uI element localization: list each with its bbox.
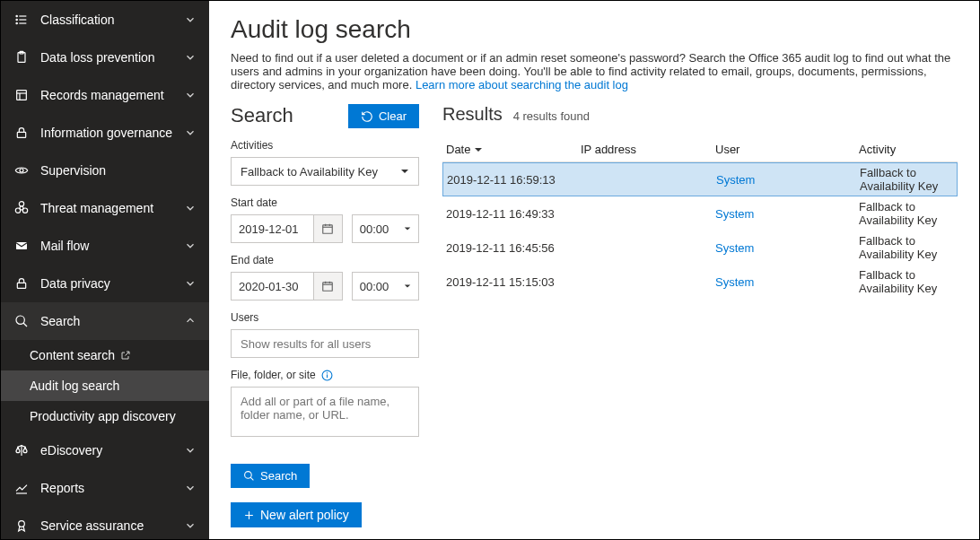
cell-user[interactable]: System [716, 173, 860, 187]
intro-link[interactable]: Learn more about searching the audit log [416, 78, 628, 91]
col-ip[interactable]: IP address [581, 143, 715, 156]
sidebar-item-service-assurance[interactable]: Service assurance [1, 507, 209, 540]
cell-user[interactable]: System [715, 241, 859, 255]
records-icon [13, 88, 30, 102]
table-row[interactable]: 2019-12-11 16:45:56SystemFallback to Ava… [442, 231, 958, 265]
sidebar-item-mail-flow[interactable]: Mail flow [1, 227, 209, 265]
external-link-icon [120, 350, 131, 361]
end-date-input[interactable]: 2020-01-30 [231, 272, 313, 300]
sidebar-item-label: Reports [40, 481, 184, 495]
sidebar-item-label: Service assurance [40, 518, 184, 533]
plus-icon [243, 510, 255, 521]
info-icon[interactable] [321, 370, 333, 381]
sidebar-item-label: Mail flow [40, 239, 184, 253]
sidebar-subitem-audit-log-search[interactable]: Audit log search [1, 370, 209, 401]
list-icon [13, 13, 30, 27]
chart-icon [13, 481, 30, 495]
sidebar-item-records-management[interactable]: Records management [1, 76, 209, 114]
cell-activity: Fallback to Availability Key [859, 268, 954, 295]
end-date-label: End date [231, 254, 419, 266]
col-activity[interactable]: Activity [859, 143, 954, 156]
cell-activity: Fallback to Availability Key [859, 234, 954, 261]
cell-user[interactable]: System [715, 275, 859, 289]
svg-point-19 [16, 316, 24, 324]
svg-point-15 [15, 208, 20, 213]
search-button[interactable]: Search [231, 464, 310, 488]
file-label: File, folder, or site [231, 369, 419, 381]
page-title: Audit log search [231, 15, 958, 44]
sort-desc-icon [474, 145, 483, 154]
start-time-select[interactable]: 00:00 [352, 214, 419, 243]
start-date-input[interactable]: 2019-12-01 [231, 214, 313, 243]
sidebar-subitem-label: Content search [30, 348, 115, 362]
table-row[interactable]: 2019-12-11 15:15:03SystemFallback to Ava… [442, 265, 958, 299]
calendar-icon [321, 222, 334, 235]
users-input[interactable] [231, 329, 419, 358]
chevron-down-icon [184, 444, 197, 457]
cell-activity: Fallback to Availability Key [860, 166, 953, 193]
sidebar-item-label: Data loss prevention [40, 50, 184, 65]
sidebar-item-reports[interactable]: Reports [1, 469, 209, 507]
sidebar-item-label: Search [40, 314, 184, 328]
file-input[interactable] [231, 387, 419, 437]
svg-rect-25 [323, 225, 333, 233]
sidebar-item-label: Data privacy [40, 276, 184, 291]
chevron-down-icon [184, 126, 197, 139]
caret-down-icon [404, 225, 411, 232]
caret-down-icon [400, 167, 409, 176]
svg-line-20 [23, 323, 27, 327]
end-date-picker-button[interactable] [313, 272, 343, 300]
table-row[interactable]: 2019-12-11 16:49:33SystemFallback to Ava… [442, 196, 958, 231]
svg-line-37 [250, 477, 253, 480]
sidebar-item-data-privacy[interactable]: Data privacy [1, 265, 209, 302]
search-panel: Search Clear Activities Fallback to Avai… [231, 104, 419, 539]
search-icon [243, 470, 255, 482]
new-alert-policy-button[interactable]: New alert policy [231, 502, 362, 527]
end-time-select[interactable]: 00:00 [352, 272, 419, 300]
chevron-down-icon [184, 89, 197, 101]
start-date-picker-button[interactable] [313, 214, 343, 243]
col-user[interactable]: User [715, 143, 859, 156]
search-heading: Search [231, 104, 293, 127]
cell-date: 2019-12-11 15:15:03 [446, 275, 581, 289]
svg-point-14 [19, 202, 23, 206]
caret-down-icon [404, 283, 411, 290]
chevron-down-icon [184, 51, 197, 64]
sidebar-item-classification[interactable]: Classification [1, 1, 209, 39]
col-date[interactable]: Date [446, 143, 581, 156]
sidebar-item-label: Classification [40, 13, 184, 27]
svg-point-36 [245, 472, 252, 479]
sidebar-item-threat-management[interactable]: Threat management [1, 189, 209, 227]
activities-dropdown[interactable]: Fallback to Availability Key [231, 157, 419, 186]
sidebar-subitem-label: Productivity app discovery [30, 409, 176, 423]
sidebar-item-data-loss-prevention[interactable]: Data loss prevention [1, 39, 209, 76]
results-table-header: Date IP address User Activity [442, 137, 958, 162]
undo-icon [361, 110, 373, 123]
sidebar-item-search[interactable]: Search [1, 302, 209, 340]
results-count: 4 results found [513, 109, 590, 123]
scales-icon [13, 443, 30, 457]
svg-point-16 [22, 208, 27, 213]
svg-point-3 [16, 15, 17, 16]
sidebar-item-supervision[interactable]: Supervision [1, 152, 209, 189]
table-row[interactable]: 2019-12-11 16:59:13SystemFallback to Ava… [442, 162, 958, 196]
svg-line-21 [125, 352, 129, 356]
sidebar-subitem-label: Audit log search [30, 379, 119, 393]
sidebar-item-information-governance[interactable]: Information governance [1, 114, 209, 152]
chevron-down-icon [184, 240, 197, 252]
svg-rect-8 [17, 91, 27, 100]
sidebar-item-ediscovery[interactable]: eDiscovery [1, 431, 209, 469]
clear-button[interactable]: Clear [348, 104, 419, 128]
sidebar-subitem-content-search[interactable]: Content search [1, 340, 209, 370]
sidebar-subitem-productivity-app-discovery[interactable]: Productivity app discovery [1, 401, 209, 431]
chevron-down-icon [184, 13, 197, 26]
chevron-up-icon [184, 315, 197, 327]
start-date-label: Start date [231, 196, 419, 209]
ribbon-icon [13, 518, 30, 533]
chevron-down-icon [184, 202, 197, 214]
cell-user[interactable]: System [715, 207, 859, 221]
sidebar-item-label: Information governance [40, 126, 184, 140]
cell-date: 2019-12-11 16:59:13 [447, 173, 582, 187]
calendar-icon [321, 280, 334, 292]
svg-rect-29 [323, 283, 333, 291]
